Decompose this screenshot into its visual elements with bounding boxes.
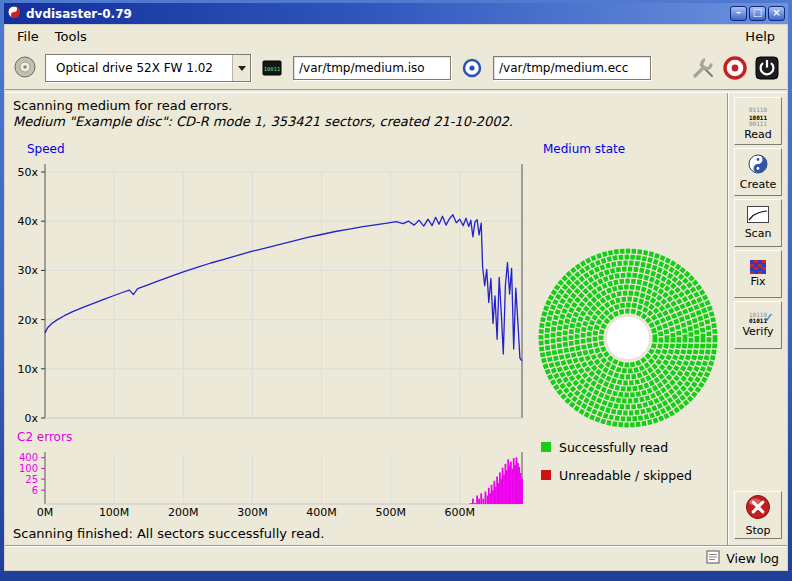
fix-button[interactable]: Fix [734, 250, 782, 298]
legend: Successfully read Unreadable / skipped [541, 440, 692, 483]
view-log-label[interactable]: View log [726, 551, 779, 566]
scan-button[interactable]: Scan [734, 199, 782, 247]
iso-path-input[interactable] [293, 56, 451, 80]
binary-icon: 01110 10011 00111 [749, 102, 767, 127]
menu-tools[interactable]: Tools [47, 27, 95, 46]
legend-read-label: Successfully read [559, 440, 668, 455]
stop-label: Stop [745, 524, 770, 537]
svg-text:200M: 200M [168, 506, 199, 519]
verify-label: Verify [742, 325, 773, 338]
status-messages: Scanning medium for read errors. Medium … [5, 93, 728, 132]
close-button[interactable]: × [768, 6, 785, 21]
legend-item-read: Successfully read [541, 440, 692, 455]
red-disc-icon [723, 56, 747, 83]
svg-text:10011: 10011 [264, 66, 281, 72]
preferences-button[interactable] [691, 56, 715, 80]
ecc-path-input[interactable] [493, 56, 651, 80]
status-line1: Scanning medium for read errors. [13, 98, 720, 114]
ecc-file-icon [459, 55, 485, 81]
about-button[interactable] [723, 56, 747, 80]
check-icon: ✓ [763, 310, 774, 325]
create-label: Create [740, 178, 777, 191]
legend-item-unreadable: Unreadable / skipped [541, 468, 692, 483]
svg-text:100M: 100M [99, 506, 130, 519]
fix-label: Fix [750, 275, 765, 288]
unreadable-swatch [541, 470, 551, 480]
medium-state-disc [538, 248, 718, 428]
action-sidebar: 01110 10011 00111 Read [728, 93, 787, 545]
window-frame: dvdisaster-0.79 – □ × File Tools Help [0, 0, 792, 581]
scan-results-area: Speed Medium state 0M100M200M300M400M500… [5, 132, 728, 522]
read-label: Read [744, 128, 772, 141]
svg-text:500M: 500M [375, 506, 406, 519]
verify-binary-icon: 10110 01011 ✓ [749, 312, 767, 324]
verify-button[interactable]: 10110 01011 ✓ Verify [734, 301, 782, 349]
scan-label: Scan [745, 227, 772, 240]
svg-text:40x: 40x [17, 215, 38, 228]
app-icon [7, 5, 21, 22]
stop-button[interactable]: Stop [734, 491, 782, 539]
view-log-icon[interactable] [706, 550, 720, 567]
power-icon [755, 56, 779, 83]
fix-checker-icon [750, 260, 766, 274]
svg-text:400: 400 [19, 452, 38, 463]
speed-chart-title: Speed [27, 142, 65, 156]
mini-chart-icon [747, 206, 769, 226]
window-title: dvdisaster-0.79 [26, 7, 132, 21]
svg-text:0M: 0M [37, 506, 54, 519]
legend-unreadable-label: Unreadable / skipped [559, 468, 692, 483]
yin-yang-icon [748, 154, 768, 177]
svg-text:300M: 300M [237, 506, 268, 519]
toolbar: Optical drive 52X FW 1.02 10011 [5, 47, 787, 89]
drive-button[interactable] [13, 56, 37, 80]
read-ok-swatch [541, 442, 551, 452]
minimize-button[interactable]: – [730, 6, 747, 21]
menubar: File Tools Help [5, 25, 787, 47]
exit-button[interactable] [755, 56, 779, 80]
svg-text:30x: 30x [17, 264, 38, 277]
main-panel: Scanning medium for read errors. Medium … [5, 93, 728, 545]
svg-text:100: 100 [19, 462, 38, 473]
svg-text:400M: 400M [306, 506, 337, 519]
window-body: File Tools Help Optical drive 52X FW 1.0… [4, 24, 788, 571]
svg-text:0x: 0x [24, 412, 38, 425]
disc-drive-icon [14, 56, 36, 81]
drive-selector-value: Optical drive 52X FW 1.02 [46, 55, 232, 81]
drive-selector[interactable]: Optical drive 52X FW 1.02 [45, 54, 251, 82]
iso-file-icon: 10011 [259, 55, 285, 81]
content-area: Scanning medium for read errors. Medium … [5, 93, 787, 545]
stop-x-icon [745, 494, 771, 523]
window-controls: – □ × [730, 6, 785, 21]
svg-text:25: 25 [25, 473, 38, 484]
c2-errors-title: C2 errors [17, 430, 72, 444]
menu-file[interactable]: File [9, 27, 47, 46]
statusbar: View log [5, 545, 787, 570]
svg-text:10x: 10x [17, 362, 38, 375]
svg-text:50x: 50x [17, 166, 38, 179]
read-button[interactable]: 01110 10011 00111 Read [734, 97, 782, 145]
chevron-down-icon[interactable] [232, 55, 250, 81]
titlebar[interactable]: dvdisaster-0.79 – □ × [4, 3, 788, 24]
status-line2: Medium "Example disc": CD-R mode 1, 3534… [13, 114, 720, 130]
svg-text:20x: 20x [17, 313, 38, 326]
create-button[interactable]: Create [734, 148, 782, 196]
svg-text:6: 6 [32, 484, 38, 495]
maximize-button[interactable]: □ [749, 6, 766, 21]
medium-state-title: Medium state [543, 142, 625, 156]
menu-help[interactable]: Help [737, 27, 783, 46]
svg-text:600M: 600M [445, 506, 476, 519]
wrench-icon [691, 56, 715, 83]
